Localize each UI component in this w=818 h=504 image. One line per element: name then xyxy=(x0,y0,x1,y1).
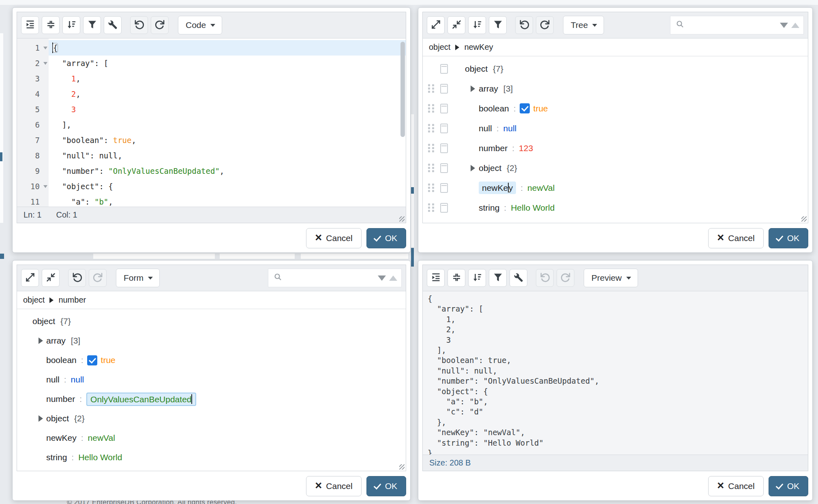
drag-handle-icon[interactable] xyxy=(427,182,435,193)
search-previous-icon[interactable] xyxy=(389,275,397,281)
breadcrumb-root[interactable]: object xyxy=(23,295,45,305)
node-value[interactable]: OnlyValuesCanBeUpdated xyxy=(86,393,196,406)
filter-button[interactable] xyxy=(83,16,101,34)
cancel-button[interactable]: ×Cancel xyxy=(708,228,763,248)
code-line[interactable]: "a": "b", xyxy=(49,194,406,207)
expand-arrow-icon[interactable] xyxy=(35,415,46,422)
scrollbar-thumb[interactable] xyxy=(400,42,405,137)
code-line[interactable]: "number": "OnlyValuesCanBeUpdated", xyxy=(49,163,406,179)
resize-grip[interactable] xyxy=(801,216,807,222)
node-key[interactable]: number xyxy=(479,143,508,153)
drag-handle-icon[interactable] xyxy=(427,162,435,173)
scrollbar[interactable] xyxy=(400,40,405,205)
search-previous-icon[interactable] xyxy=(791,23,799,28)
context-menu-icon[interactable] xyxy=(440,124,448,133)
node-value[interactable]: true xyxy=(101,355,116,365)
boolean-checkbox[interactable] xyxy=(87,355,97,365)
undo-button[interactable] xyxy=(68,269,86,287)
drag-handle-icon[interactable] xyxy=(427,202,435,213)
breadcrumb-current[interactable]: number xyxy=(58,295,86,305)
node-value[interactable]: newVal xyxy=(527,183,555,193)
code-line[interactable]: "array": [ xyxy=(49,56,406,71)
preview-mode-dropdown[interactable]: Preview xyxy=(584,269,638,287)
redo-button[interactable] xyxy=(536,16,554,34)
node-key[interactable]: array xyxy=(46,336,66,346)
format-button[interactable] xyxy=(21,16,39,34)
cancel-button[interactable]: ×Cancel xyxy=(306,228,361,248)
redo-button[interactable] xyxy=(89,269,107,287)
search-next-icon[interactable] xyxy=(378,275,386,281)
drag-handle-icon[interactable] xyxy=(427,83,435,94)
node-key[interactable]: string xyxy=(479,203,499,213)
node-key[interactable]: array xyxy=(479,84,498,94)
drag-handle-icon[interactable] xyxy=(427,123,435,134)
format-button[interactable] xyxy=(427,269,445,287)
code-line[interactable]: "boolean": true, xyxy=(49,132,406,148)
code-line[interactable]: ], xyxy=(49,117,406,132)
search-input[interactable] xyxy=(283,273,375,283)
ok-button[interactable]: OK xyxy=(366,476,406,496)
expand-arrow-icon[interactable] xyxy=(467,85,479,92)
search-input[interactable] xyxy=(685,20,777,30)
breadcrumb-root[interactable]: object xyxy=(429,43,450,52)
undo-button[interactable] xyxy=(536,269,554,287)
expand-arrow-icon[interactable] xyxy=(35,337,46,344)
context-menu-icon[interactable] xyxy=(440,163,448,173)
compact-button[interactable] xyxy=(448,269,465,287)
node-key[interactable]: newKey xyxy=(46,433,77,443)
ok-button[interactable]: OK xyxy=(769,228,808,248)
node-value[interactable]: Hello World xyxy=(78,453,122,462)
drag-handle-icon[interactable] xyxy=(427,103,435,114)
node-key[interactable]: null xyxy=(46,375,60,384)
node-value[interactable]: null xyxy=(503,124,517,133)
collapse-all-button[interactable] xyxy=(448,16,465,34)
node-key[interactable]: string xyxy=(46,453,67,462)
node-value[interactable]: newVal xyxy=(88,433,115,443)
undo-button[interactable] xyxy=(130,16,148,34)
context-menu-icon[interactable] xyxy=(440,104,448,113)
context-menu-icon[interactable] xyxy=(440,143,448,153)
transform-button[interactable] xyxy=(104,16,122,34)
sort-button[interactable] xyxy=(62,16,80,34)
node-value[interactable]: null xyxy=(71,375,84,384)
resize-grip[interactable] xyxy=(399,216,405,222)
cancel-button[interactable]: ×Cancel xyxy=(708,476,763,496)
filter-button[interactable] xyxy=(489,269,507,287)
compact-button[interactable] xyxy=(42,16,60,34)
expand-all-button[interactable] xyxy=(21,269,39,287)
ok-button[interactable]: OK xyxy=(366,228,406,248)
boolean-checkbox[interactable] xyxy=(520,103,530,113)
sort-button[interactable] xyxy=(468,269,486,287)
code-editor-area[interactable]: 123456789101112 { "array": [ 1, 2, 3 ], … xyxy=(17,38,406,207)
code-line[interactable]: 1, xyxy=(49,71,406,86)
node-key[interactable]: object xyxy=(46,414,69,423)
code-lines[interactable]: { "array": [ 1, 2, 3 ], "boolean": true,… xyxy=(49,38,406,207)
code-line[interactable]: 3 xyxy=(49,102,406,117)
code-line[interactable]: "null": null, xyxy=(49,148,406,163)
code-line[interactable]: "object": { xyxy=(49,179,406,194)
breadcrumb-current[interactable]: newKey xyxy=(464,43,493,52)
drag-handle-icon[interactable] xyxy=(427,143,435,154)
search-next-icon[interactable] xyxy=(780,23,788,28)
context-menu-icon[interactable] xyxy=(440,183,448,193)
node-key[interactable]: boolean xyxy=(479,104,509,113)
node-key[interactable]: newKey xyxy=(479,182,516,194)
expand-arrow-icon[interactable] xyxy=(467,165,479,171)
node-key[interactable]: boolean xyxy=(46,355,77,365)
ok-button[interactable]: OK xyxy=(769,476,808,496)
redo-button[interactable] xyxy=(151,16,169,34)
redo-button[interactable] xyxy=(557,269,574,287)
collapse-all-button[interactable] xyxy=(42,269,60,287)
fold-arrow-icon[interactable] xyxy=(43,62,47,65)
undo-button[interactable] xyxy=(515,16,533,34)
node-value[interactable]: true xyxy=(533,104,548,113)
fold-arrow-icon[interactable] xyxy=(43,47,47,49)
cancel-button[interactable]: ×Cancel xyxy=(306,476,361,496)
node-value[interactable]: Hello World xyxy=(511,203,555,213)
sort-button[interactable] xyxy=(468,16,486,34)
code-line[interactable]: { xyxy=(49,40,406,56)
resize-grip[interactable] xyxy=(399,464,405,470)
node-key[interactable]: object xyxy=(479,163,501,173)
context-menu-icon[interactable] xyxy=(440,64,448,74)
node-key[interactable]: object xyxy=(465,64,488,74)
